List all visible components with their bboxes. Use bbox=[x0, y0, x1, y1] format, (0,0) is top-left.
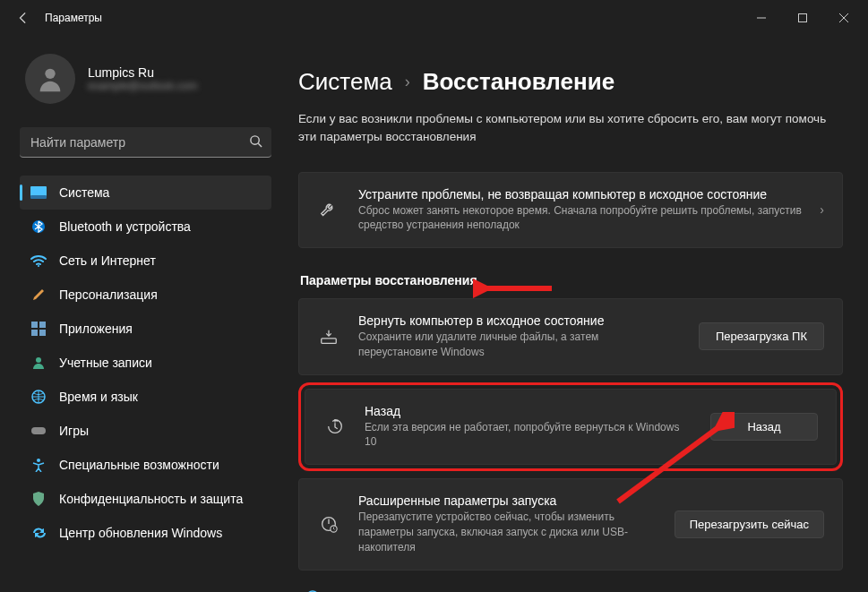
svg-point-1 bbox=[45, 69, 55, 79]
reset-pc-card: Вернуть компьютер в исходное состояние С… bbox=[298, 298, 843, 375]
sidebar-item-network[interactable]: Сеть и Интернет bbox=[20, 244, 271, 278]
sidebar-item-bluetooth[interactable]: Bluetooth и устройства bbox=[20, 210, 271, 244]
sidebar-item-label: Конфиденциальность и защита bbox=[59, 492, 243, 506]
close-button[interactable] bbox=[823, 0, 864, 36]
chevron-right-icon: › bbox=[405, 73, 410, 91]
power-settings-icon bbox=[317, 514, 340, 534]
card-title: Расширенные параметры запуска bbox=[358, 493, 657, 508]
advanced-startup-card: Расширенные параметры запуска Перезапуст… bbox=[298, 478, 843, 570]
svg-rect-9 bbox=[31, 330, 38, 336]
sidebar-item-label: Учетные записи bbox=[59, 356, 152, 370]
sidebar-item-accounts[interactable]: Учетные записи bbox=[20, 346, 271, 380]
svg-rect-7 bbox=[31, 322, 38, 328]
sidebar-item-label: Специальные возможности bbox=[59, 458, 219, 472]
bluetooth-icon bbox=[30, 219, 47, 235]
profile-email: example@outlook.com bbox=[88, 80, 197, 92]
sidebar-item-privacy[interactable]: Конфиденциальность и защита bbox=[20, 482, 271, 516]
apps-icon bbox=[30, 321, 47, 337]
sidebar: Lumpics Ru example@outlook.com Система B… bbox=[0, 36, 282, 592]
svg-rect-4 bbox=[30, 195, 47, 199]
sidebar-item-label: Центр обновления Windows bbox=[59, 526, 222, 540]
shield-icon bbox=[30, 491, 47, 507]
breadcrumb-root[interactable]: Система bbox=[298, 68, 392, 96]
sidebar-item-time[interactable]: Время и язык bbox=[20, 380, 271, 414]
svg-rect-0 bbox=[799, 14, 807, 22]
monitor-icon bbox=[30, 184, 47, 201]
app-title: Параметры bbox=[45, 12, 102, 24]
person-icon bbox=[30, 355, 47, 371]
titlebar: Параметры bbox=[0, 0, 868, 36]
search-input[interactable] bbox=[20, 127, 271, 158]
card-title: Устраните проблемы, не возвращая компьют… bbox=[358, 187, 802, 202]
card-desc: Сохраните или удалите личные файлы, а за… bbox=[358, 330, 681, 360]
svg-point-11 bbox=[36, 357, 41, 363]
wifi-icon bbox=[30, 253, 47, 269]
sidebar-item-label: Система bbox=[59, 185, 109, 200]
sidebar-item-label: Персонализация bbox=[59, 287, 158, 302]
intro-text: Если у вас возникли проблемы с компьютер… bbox=[298, 110, 843, 147]
sidebar-item-label: Сеть и Интернет bbox=[59, 253, 156, 268]
svg-point-14 bbox=[37, 459, 40, 462]
back-button[interactable] bbox=[7, 2, 39, 34]
page-title: Восстановление bbox=[423, 68, 614, 96]
svg-rect-8 bbox=[39, 322, 46, 328]
history-icon bbox=[323, 416, 347, 436]
svg-rect-10 bbox=[39, 330, 46, 336]
svg-rect-13 bbox=[31, 427, 46, 434]
maximize-button[interactable] bbox=[782, 0, 823, 36]
minimize-button[interactable] bbox=[741, 0, 782, 36]
svg-rect-15 bbox=[322, 339, 337, 344]
sidebar-item-accessibility[interactable]: Специальные возможности bbox=[20, 448, 271, 482]
sidebar-item-gaming[interactable]: Игры bbox=[20, 414, 271, 448]
search-box[interactable] bbox=[20, 127, 271, 158]
card-desc: Перезапустите устройство сейчас, чтобы и… bbox=[358, 510, 657, 554]
sidebar-item-update[interactable]: Центр обновления Windows bbox=[20, 516, 271, 550]
svg-point-6 bbox=[38, 265, 39, 267]
gamepad-icon bbox=[30, 423, 47, 439]
sidebar-item-label: Игры bbox=[59, 424, 89, 438]
sidebar-item-label: Время и язык bbox=[59, 390, 138, 404]
reset-pc-button[interactable]: Перезагрузка ПК bbox=[699, 322, 824, 350]
globe-icon bbox=[30, 389, 47, 405]
profile-block[interactable]: Lumpics Ru example@outlook.com bbox=[25, 54, 271, 104]
card-desc: Сброс может занять некоторое время. Снач… bbox=[358, 203, 802, 234]
update-icon bbox=[30, 525, 47, 541]
go-back-card: Назад Если эта версия не работает, попро… bbox=[305, 389, 837, 466]
card-desc: Если эта версия не работает, попробуйте … bbox=[365, 420, 692, 450]
card-title: Назад bbox=[365, 404, 692, 418]
chevron-right-icon: › bbox=[820, 202, 824, 217]
sidebar-item-apps[interactable]: Приложения bbox=[20, 312, 271, 346]
reset-icon bbox=[317, 327, 340, 347]
highlight-annotation: Назад Если эта версия не работает, попро… bbox=[298, 382, 843, 472]
sidebar-item-label: Bluetooth и устройства bbox=[59, 219, 191, 234]
go-back-button[interactable]: Назад bbox=[710, 413, 818, 441]
accessibility-icon bbox=[30, 457, 47, 473]
search-icon bbox=[249, 134, 262, 150]
content-pane: Система › Восстановление Если у вас возн… bbox=[282, 36, 868, 592]
profile-name: Lumpics Ru bbox=[88, 65, 197, 80]
restart-now-button[interactable]: Перезагрузить сейчас bbox=[675, 510, 824, 538]
wrench-icon bbox=[317, 200, 340, 219]
svg-point-2 bbox=[251, 136, 259, 144]
section-header: Параметры восстановления bbox=[300, 273, 843, 287]
avatar bbox=[25, 54, 75, 104]
troubleshoot-card[interactable]: Устраните проблемы, не возвращая компьют… bbox=[298, 172, 843, 249]
breadcrumb: Система › Восстановление bbox=[298, 68, 843, 96]
card-title: Вернуть компьютер в исходное состояние bbox=[358, 313, 681, 328]
brush-icon bbox=[30, 287, 47, 303]
sidebar-item-system[interactable]: Система bbox=[20, 176, 271, 210]
nav-list: Система Bluetooth и устройства Сеть и Ин… bbox=[20, 176, 271, 550]
sidebar-item-label: Приложения bbox=[59, 322, 133, 336]
sidebar-item-personalization[interactable]: Персонализация bbox=[20, 278, 271, 312]
